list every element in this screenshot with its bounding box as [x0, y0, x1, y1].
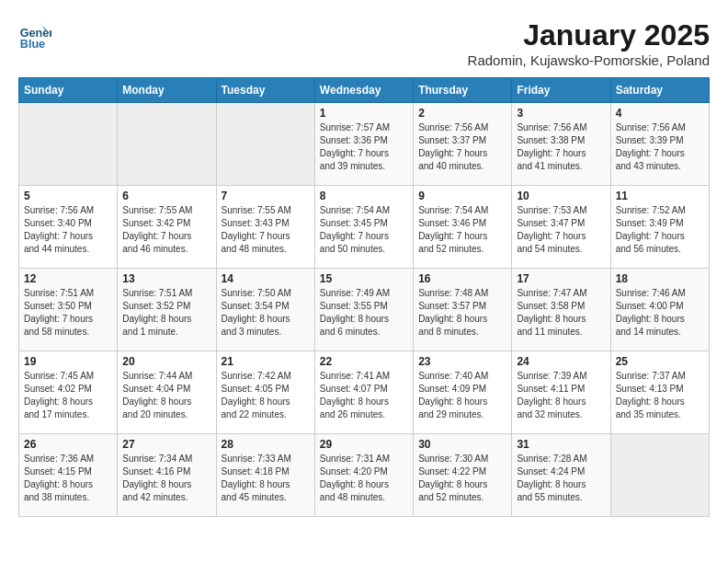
day-number: 18 — [616, 272, 704, 285]
calendar-cell: 12Sunrise: 7:51 AM Sunset: 3:50 PM Dayli… — [19, 269, 118, 351]
day-info: Sunrise: 7:36 AM Sunset: 4:15 PM Dayligh… — [24, 453, 112, 504]
calendar-cell: 4Sunrise: 7:56 AM Sunset: 3:39 PM Daylig… — [610, 103, 709, 186]
calendar-cell — [610, 434, 709, 517]
calendar-cell: 11Sunrise: 7:52 AM Sunset: 3:49 PM Dayli… — [610, 186, 709, 269]
calendar-cell: 26Sunrise: 7:36 AM Sunset: 4:15 PM Dayli… — [19, 434, 118, 517]
day-info: Sunrise: 7:47 AM Sunset: 3:58 PM Dayligh… — [517, 287, 605, 339]
calendar-cell: 21Sunrise: 7:42 AM Sunset: 4:05 PM Dayli… — [216, 351, 314, 434]
day-info: Sunrise: 7:50 AM Sunset: 3:54 PM Dayligh… — [222, 287, 310, 339]
day-info: Sunrise: 7:54 AM Sunset: 3:46 PM Dayligh… — [418, 204, 506, 256]
calendar-cell — [216, 103, 314, 186]
day-number: 3 — [517, 107, 605, 120]
title-block: January 2025 Radomin, Kujawsko-Pomorskie… — [468, 18, 710, 68]
day-number: 29 — [320, 438, 408, 451]
day-number: 26 — [24, 438, 112, 451]
calendar-cell — [19, 103, 118, 186]
day-number: 17 — [517, 272, 605, 285]
day-number: 2 — [418, 107, 506, 120]
day-number: 5 — [24, 190, 112, 202]
day-info: Sunrise: 7:48 AM Sunset: 3:57 PM Dayligh… — [418, 287, 506, 339]
calendar-cell: 16Sunrise: 7:48 AM Sunset: 3:57 PM Dayli… — [414, 269, 512, 351]
day-number: 30 — [418, 438, 506, 451]
day-number: 27 — [122, 438, 210, 451]
day-info: Sunrise: 7:55 AM Sunset: 3:43 PM Dayligh… — [222, 204, 310, 256]
day-info: Sunrise: 7:39 AM Sunset: 4:11 PM Dayligh… — [517, 370, 605, 421]
day-info: Sunrise: 7:53 AM Sunset: 3:47 PM Dayligh… — [517, 204, 605, 256]
weekday-header-saturday: Saturday — [610, 78, 709, 103]
day-info: Sunrise: 7:31 AM Sunset: 4:20 PM Dayligh… — [320, 453, 408, 504]
day-info: Sunrise: 7:56 AM Sunset: 3:38 PM Dayligh… — [517, 121, 605, 173]
day-info: Sunrise: 7:52 AM Sunset: 3:49 PM Dayligh… — [616, 204, 704, 256]
day-info: Sunrise: 7:40 AM Sunset: 4:09 PM Dayligh… — [418, 370, 506, 421]
calendar-cell: 14Sunrise: 7:50 AM Sunset: 3:54 PM Dayli… — [216, 269, 314, 351]
calendar-cell: 20Sunrise: 7:44 AM Sunset: 4:04 PM Dayli… — [118, 351, 216, 434]
day-info: Sunrise: 7:44 AM Sunset: 4:04 PM Dayligh… — [122, 370, 210, 421]
page-header: General Blue January 2025 Radomin, Kujaw… — [18, 18, 710, 68]
week-row-4: 19Sunrise: 7:45 AM Sunset: 4:02 PM Dayli… — [19, 351, 710, 434]
calendar-cell: 13Sunrise: 7:51 AM Sunset: 3:52 PM Dayli… — [118, 269, 216, 351]
day-number: 9 — [418, 190, 506, 202]
location-subtitle: Radomin, Kujawsko-Pomorskie, Poland — [468, 52, 710, 68]
day-number: 14 — [222, 272, 310, 285]
calendar-cell: 27Sunrise: 7:34 AM Sunset: 4:16 PM Dayli… — [118, 434, 216, 517]
weekday-header-sunday: Sunday — [19, 78, 118, 103]
day-number: 31 — [517, 438, 605, 451]
day-number: 19 — [24, 355, 112, 368]
calendar-cell: 10Sunrise: 7:53 AM Sunset: 3:47 PM Dayli… — [512, 186, 610, 269]
calendar-cell: 3Sunrise: 7:56 AM Sunset: 3:38 PM Daylig… — [512, 103, 610, 186]
day-number: 20 — [122, 355, 210, 368]
weekday-header-friday: Friday — [512, 78, 610, 103]
day-info: Sunrise: 7:33 AM Sunset: 4:18 PM Dayligh… — [222, 453, 310, 504]
calendar-cell: 19Sunrise: 7:45 AM Sunset: 4:02 PM Dayli… — [19, 351, 118, 434]
day-number: 7 — [222, 190, 310, 202]
weekday-header-monday: Monday — [118, 78, 216, 103]
day-number: 22 — [320, 355, 408, 368]
month-title: January 2025 — [468, 18, 710, 52]
calendar-cell: 28Sunrise: 7:33 AM Sunset: 4:18 PM Dayli… — [216, 434, 314, 517]
day-number: 21 — [222, 355, 310, 368]
svg-text:Blue: Blue — [20, 38, 45, 51]
calendar-cell: 25Sunrise: 7:37 AM Sunset: 4:13 PM Dayli… — [610, 351, 709, 434]
day-info: Sunrise: 7:42 AM Sunset: 4:05 PM Dayligh… — [222, 370, 310, 421]
day-info: Sunrise: 7:55 AM Sunset: 3:42 PM Dayligh… — [122, 204, 210, 256]
week-row-3: 12Sunrise: 7:51 AM Sunset: 3:50 PM Dayli… — [19, 269, 710, 351]
day-info: Sunrise: 7:57 AM Sunset: 3:36 PM Dayligh… — [320, 121, 408, 173]
day-number: 28 — [222, 438, 310, 451]
day-info: Sunrise: 7:56 AM Sunset: 3:40 PM Dayligh… — [24, 204, 112, 256]
day-info: Sunrise: 7:56 AM Sunset: 3:37 PM Dayligh… — [418, 121, 506, 173]
day-number: 10 — [517, 190, 605, 202]
day-number: 1 — [320, 107, 408, 120]
calendar-cell: 15Sunrise: 7:49 AM Sunset: 3:55 PM Dayli… — [314, 269, 413, 351]
calendar-cell: 9Sunrise: 7:54 AM Sunset: 3:46 PM Daylig… — [414, 186, 512, 269]
day-info: Sunrise: 7:51 AM Sunset: 3:50 PM Dayligh… — [24, 287, 112, 339]
day-info: Sunrise: 7:34 AM Sunset: 4:16 PM Dayligh… — [122, 453, 210, 504]
day-number: 24 — [517, 355, 605, 368]
day-number: 8 — [320, 190, 408, 202]
calendar-cell: 23Sunrise: 7:40 AM Sunset: 4:09 PM Dayli… — [414, 351, 512, 434]
calendar-cell: 6Sunrise: 7:55 AM Sunset: 3:42 PM Daylig… — [118, 186, 216, 269]
weekday-header-tuesday: Tuesday — [216, 78, 314, 103]
day-number: 15 — [320, 272, 408, 285]
calendar-cell: 8Sunrise: 7:54 AM Sunset: 3:45 PM Daylig… — [314, 186, 413, 269]
calendar-cell: 17Sunrise: 7:47 AM Sunset: 3:58 PM Dayli… — [512, 269, 610, 351]
day-info: Sunrise: 7:41 AM Sunset: 4:07 PM Dayligh… — [320, 370, 408, 421]
calendar-table: SundayMondayTuesdayWednesdayThursdayFrid… — [18, 77, 710, 517]
day-number: 12 — [24, 272, 112, 285]
calendar-cell: 24Sunrise: 7:39 AM Sunset: 4:11 PM Dayli… — [512, 351, 610, 434]
calendar-cell: 2Sunrise: 7:56 AM Sunset: 3:37 PM Daylig… — [414, 103, 512, 186]
calendar-cell — [118, 103, 216, 186]
calendar-cell: 30Sunrise: 7:30 AM Sunset: 4:22 PM Dayli… — [414, 434, 512, 517]
day-info: Sunrise: 7:28 AM Sunset: 4:24 PM Dayligh… — [517, 453, 605, 504]
calendar-cell: 22Sunrise: 7:41 AM Sunset: 4:07 PM Dayli… — [314, 351, 413, 434]
day-info: Sunrise: 7:30 AM Sunset: 4:22 PM Dayligh… — [418, 453, 506, 504]
day-info: Sunrise: 7:49 AM Sunset: 3:55 PM Dayligh… — [320, 287, 408, 339]
day-number: 6 — [122, 190, 210, 202]
calendar-cell: 29Sunrise: 7:31 AM Sunset: 4:20 PM Dayli… — [314, 434, 413, 517]
week-row-5: 26Sunrise: 7:36 AM Sunset: 4:15 PM Dayli… — [19, 434, 710, 517]
day-info: Sunrise: 7:45 AM Sunset: 4:02 PM Dayligh… — [24, 370, 112, 421]
week-row-1: 1Sunrise: 7:57 AM Sunset: 3:36 PM Daylig… — [19, 103, 710, 186]
day-number: 4 — [616, 107, 704, 120]
calendar-cell: 18Sunrise: 7:46 AM Sunset: 4:00 PM Dayli… — [610, 269, 709, 351]
day-number: 11 — [616, 190, 704, 202]
day-number: 23 — [418, 355, 506, 368]
